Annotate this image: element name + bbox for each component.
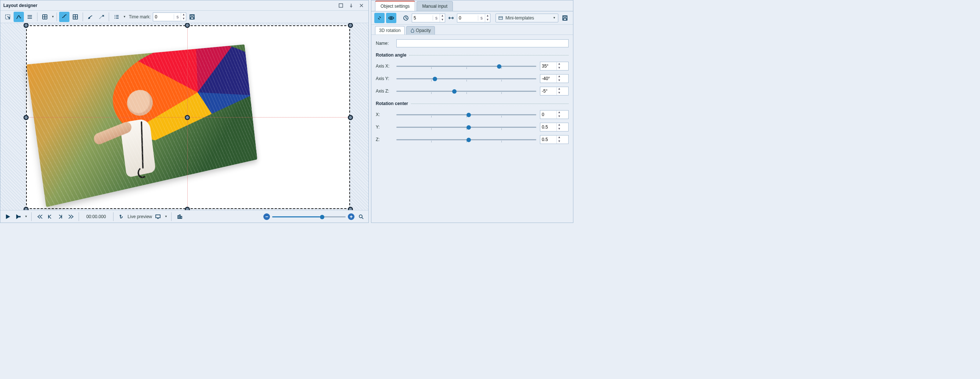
goto-start-button[interactable] — [35, 212, 44, 221]
duration-input[interactable]: s▲▼ — [457, 14, 490, 22]
live-preview-toggle[interactable] — [117, 212, 126, 221]
handle-center[interactable] — [185, 115, 190, 120]
save-preset-button[interactable] — [560, 13, 570, 23]
tab-manual-input[interactable]: Manual input — [417, 1, 453, 11]
center-y-label: Y: — [376, 124, 393, 130]
axis-y-label: Axis Y: — [376, 76, 393, 81]
time-mark-input[interactable]: s▲▼ — [153, 13, 186, 21]
handle-bot-mid[interactable] — [185, 207, 190, 210]
svg-point-10 — [359, 215, 362, 218]
layout-title-bar: Layout designer — [0, 0, 368, 11]
svg-point-8 — [120, 215, 121, 216]
center-x-input[interactable]: ▲▼ — [540, 110, 569, 119]
clock-icon — [401, 14, 410, 22]
link-button[interactable] — [374, 13, 385, 23]
monitor-button[interactable] — [154, 212, 162, 221]
tab-opacity[interactable]: Opacity — [406, 26, 435, 35]
center-z-label: Z: — [376, 137, 393, 142]
restore-window-button[interactable] — [337, 2, 345, 10]
axis-y-input[interactable]: ▲▼ — [540, 74, 569, 83]
layout-canvas[interactable] — [0, 23, 368, 210]
visibility-button[interactable] — [386, 13, 396, 23]
svg-rect-6 — [191, 17, 194, 19]
next-frame-button[interactable] — [56, 212, 65, 221]
axis-x-slider[interactable] — [396, 64, 536, 68]
keyframe-add-button[interactable] — [85, 12, 95, 22]
svg-rect-9 — [156, 215, 160, 218]
svg-rect-0 — [339, 4, 343, 7]
playback-bar: ▼ 00:00.000 Live preview ▼ − + — [0, 210, 368, 223]
axis-z-slider[interactable] — [396, 89, 536, 94]
handle-bot-left[interactable] — [24, 207, 29, 210]
goto-end-button[interactable] — [66, 212, 75, 221]
monitor-dropdown-icon[interactable]: ▼ — [165, 215, 167, 218]
settings-tabs: Object settings Manual input — [371, 0, 573, 11]
layout-title: Layout designer — [3, 3, 335, 8]
axis-z-input[interactable]: ▲▼ — [540, 87, 569, 96]
timecode-label: 00:00.000 — [86, 214, 106, 219]
center-z-input[interactable]: ▲▼ — [540, 135, 569, 144]
mini-templates-select[interactable]: Mini-templates▼ — [495, 14, 558, 22]
axis-y-slider[interactable] — [396, 76, 536, 81]
bounds-tool-button[interactable] — [70, 12, 80, 22]
templates-icon — [498, 16, 503, 21]
handle-top-right[interactable] — [348, 23, 353, 28]
center-y-input[interactable]: ▲▼ — [540, 123, 569, 132]
play-button[interactable] — [3, 212, 12, 221]
settings-tool-button[interactable] — [175, 212, 184, 221]
graph-tool-button[interactable] — [14, 12, 24, 22]
center-z-slider[interactable] — [396, 137, 536, 142]
center-y-slider[interactable] — [396, 124, 536, 130]
time-mark-label: Time mark: — [129, 14, 151, 19]
svg-point-11 — [390, 17, 392, 19]
live-preview-label: Live preview — [127, 214, 152, 219]
svg-rect-16 — [563, 18, 566, 20]
close-button[interactable] — [357, 2, 366, 10]
axis-x-input[interactable]: ▲▼ — [540, 62, 569, 70]
axis-x-label: Axis X: — [376, 64, 393, 68]
zoom-in-button[interactable]: + — [348, 213, 355, 220]
list-dropdown-icon[interactable]: ▼ — [123, 15, 126, 18]
property-tabs: 3D rotation Opacity — [371, 25, 573, 35]
svg-point-7 — [19, 216, 21, 217]
name-input[interactable] — [396, 39, 569, 47]
pin-button[interactable] — [347, 2, 355, 10]
zoom-out-button[interactable]: − — [263, 213, 270, 220]
object-toolbar: s▲▼ s▲▼ Mini-templates▼ — [371, 11, 573, 25]
section-rotation-angle: Rotation angle — [376, 53, 569, 58]
zoom-fit-button[interactable] — [357, 212, 366, 221]
play-range-button[interactable] — [14, 212, 22, 221]
svg-rect-5 — [191, 15, 193, 16]
play-options-icon[interactable]: ▼ — [25, 215, 27, 218]
zoom-slider[interactable] — [272, 214, 346, 219]
center-x-slider[interactable] — [396, 112, 536, 117]
properties-body: Name: Rotation angle Axis X:▲▼ Axis Y:▲▼… — [371, 35, 573, 223]
handle-mid-left[interactable] — [24, 115, 29, 120]
section-rotation-center: Rotation center — [376, 101, 569, 106]
svg-rect-15 — [564, 16, 566, 17]
keyframe-remove-button[interactable] — [96, 12, 107, 22]
select-tool-button[interactable] — [3, 12, 13, 22]
handle-bot-right[interactable] — [348, 207, 353, 210]
tab-3d-rotation[interactable]: 3D rotation — [375, 26, 405, 35]
center-x-label: X: — [376, 112, 393, 117]
handle-mid-right[interactable] — [348, 115, 353, 120]
grid-tool-button[interactable] — [40, 12, 50, 22]
save-layout-button[interactable] — [187, 12, 197, 22]
width-icon — [447, 14, 455, 22]
name-label: Name: — [376, 41, 393, 46]
prev-frame-button[interactable] — [46, 212, 54, 221]
tab-object-settings[interactable]: Object settings — [375, 1, 415, 11]
layout-toolbar: ▼ ▼ Time mark: s▲▼ — [0, 11, 368, 23]
axis-z-label: Axis Z: — [376, 89, 393, 94]
lines-tool-button[interactable] — [25, 12, 35, 22]
path-toggle-button[interactable] — [59, 12, 69, 22]
svg-rect-13 — [499, 16, 503, 19]
grid-dropdown-icon[interactable]: ▼ — [51, 15, 54, 18]
opacity-icon — [410, 28, 415, 33]
list-tool-button[interactable] — [111, 12, 122, 22]
duration-start-input[interactable]: s▲▼ — [412, 14, 445, 22]
